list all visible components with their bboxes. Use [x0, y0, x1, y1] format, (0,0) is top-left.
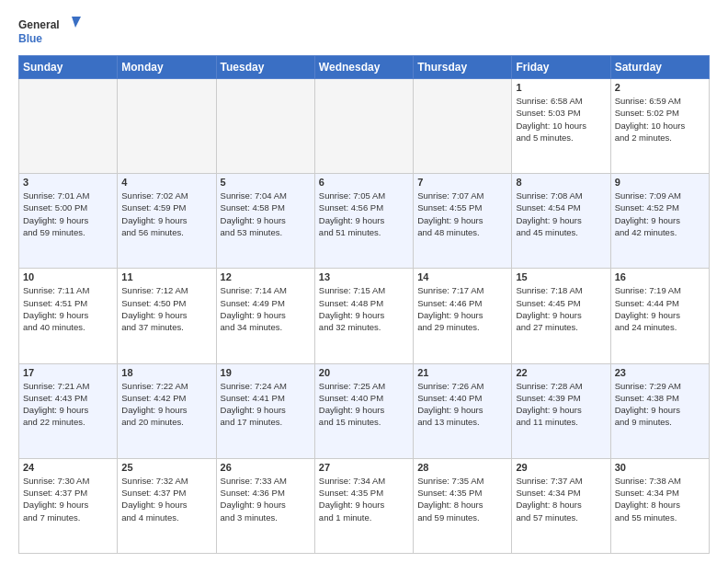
calendar-week-row: 24Sunrise: 7:30 AMSunset: 4:37 PMDayligh… [19, 458, 710, 553]
day-info-line: Sunset: 4:49 PM [221, 298, 285, 308]
day-info-line: Sunset: 4:55 PM [417, 202, 482, 213]
day-info-line: and 20 minutes. [121, 417, 184, 427]
day-number: 15 [516, 271, 606, 282]
svg-text:General: General [18, 18, 60, 31]
day-info-line: Daylight: 9 hours [516, 310, 581, 320]
day-info: Sunrise: 7:35 AMSunset: 4:35 PMDaylight:… [417, 475, 507, 523]
day-number: 8 [516, 177, 606, 188]
day-info: Sunrise: 7:18 AMSunset: 4:45 PMDaylight:… [516, 284, 606, 333]
day-info-line: Sunrise: 7:34 AM [319, 476, 385, 486]
day-info-line: Sunset: 4:52 PM [615, 202, 679, 213]
day-info-line: and 53 minutes. [221, 227, 283, 237]
day-info-line: Sunrise: 7:15 AM [319, 285, 385, 295]
day-number: 14 [417, 271, 507, 282]
col-header-thursday: Thursday [414, 56, 512, 79]
svg-marker-2 [72, 17, 81, 28]
day-info: Sunrise: 7:11 AMSunset: 4:51 PMDaylight:… [23, 284, 113, 333]
day-info: Sunrise: 7:25 AMSunset: 4:40 PMDaylight:… [319, 380, 409, 429]
day-info-line: Sunset: 4:46 PM [417, 298, 482, 308]
day-info: Sunrise: 7:17 AMSunset: 4:46 PMDaylight:… [417, 284, 507, 333]
day-number: 25 [121, 462, 211, 473]
day-info-line: Daylight: 9 hours [23, 500, 88, 510]
day-info-line: Sunset: 4:44 PM [615, 298, 679, 308]
day-info-line: Sunset: 4:34 PM [615, 488, 679, 498]
calendar-cell: 20Sunrise: 7:25 AMSunset: 4:40 PMDayligh… [314, 363, 413, 458]
calendar-cell: 10Sunrise: 7:11 AMSunset: 4:51 PMDayligh… [19, 269, 118, 363]
calendar-cell [414, 79, 512, 174]
day-info-line: Sunset: 4:35 PM [319, 488, 383, 498]
logo: General Blue [18, 15, 83, 48]
day-number: 16 [615, 271, 705, 282]
col-header-sunday: Sunday [19, 56, 118, 79]
day-number: 29 [516, 462, 606, 473]
day-number: 3 [23, 177, 113, 188]
day-info: Sunrise: 7:02 AMSunset: 4:59 PMDaylight:… [121, 190, 211, 238]
day-info-line: Sunrise: 7:29 AM [615, 381, 681, 391]
day-info-line: Sunset: 4:42 PM [121, 393, 186, 403]
calendar-cell: 5Sunrise: 7:04 AMSunset: 4:58 PMDaylight… [216, 174, 314, 269]
day-info-line: Sunrise: 7:02 AM [121, 190, 188, 201]
day-info-line: Daylight: 9 hours [319, 500, 384, 510]
day-info-line: Daylight: 9 hours [615, 215, 680, 225]
day-info-line: and 37 minutes. [121, 322, 184, 332]
day-info-line: and 40 minutes. [23, 322, 85, 332]
calendar-cell: 9Sunrise: 7:09 AMSunset: 4:52 PMDaylight… [610, 174, 709, 269]
page: General Blue SundayMondayTuesdayWednesda… [0, 0, 728, 563]
day-number: 4 [121, 177, 211, 188]
day-info-line: Sunrise: 7:28 AM [516, 381, 582, 391]
day-info-line: Sunset: 4:54 PM [516, 202, 580, 213]
day-number: 11 [121, 271, 211, 282]
day-info-line: Sunset: 4:37 PM [121, 488, 186, 498]
day-number: 12 [221, 271, 311, 282]
day-info-line: Sunrise: 6:59 AM [615, 96, 681, 106]
day-info-line: Daylight: 10 hours [516, 121, 586, 131]
col-header-wednesday: Wednesday [314, 56, 413, 79]
calendar-table: SundayMondayTuesdayWednesdayThursdayFrid… [18, 55, 710, 554]
day-info-line: and 22 minutes. [23, 417, 85, 427]
day-info-line: and 42 minutes. [615, 227, 677, 237]
day-info-line: Sunrise: 7:37 AM [516, 476, 582, 486]
day-info: Sunrise: 7:28 AMSunset: 4:39 PMDaylight:… [516, 380, 606, 429]
calendar-cell: 25Sunrise: 7:32 AMSunset: 4:37 PMDayligh… [118, 458, 216, 553]
day-info: Sunrise: 7:12 AMSunset: 4:50 PMDaylight:… [121, 284, 211, 333]
day-info-line: Sunset: 5:03 PM [516, 108, 580, 118]
calendar-cell: 8Sunrise: 7:08 AMSunset: 4:54 PMDaylight… [512, 174, 610, 269]
calendar-cell: 11Sunrise: 7:12 AMSunset: 4:50 PMDayligh… [118, 269, 216, 363]
header: General Blue [18, 15, 710, 48]
day-info-line: Sunset: 4:40 PM [417, 393, 482, 403]
day-info: Sunrise: 7:24 AMSunset: 4:41 PMDaylight:… [221, 380, 311, 429]
day-info-line: Daylight: 9 hours [319, 310, 384, 320]
day-info-line: Daylight: 8 hours [516, 500, 581, 510]
day-info-line: Daylight: 9 hours [417, 215, 483, 225]
day-info-line: Daylight: 9 hours [121, 500, 187, 510]
day-number: 7 [417, 177, 507, 188]
calendar-cell: 2Sunrise: 6:59 AMSunset: 5:02 PMDaylight… [610, 79, 709, 174]
day-info-line: Daylight: 9 hours [23, 310, 88, 320]
day-info-line: Sunset: 4:39 PM [516, 393, 580, 403]
day-info-line: and 56 minutes. [121, 227, 184, 237]
day-info-line: Sunrise: 7:11 AM [23, 285, 89, 295]
day-info-line: Daylight: 9 hours [23, 405, 88, 415]
day-info-line: Daylight: 9 hours [615, 310, 680, 320]
day-info: Sunrise: 7:30 AMSunset: 4:37 PMDaylight:… [23, 475, 113, 523]
day-info-line: Daylight: 9 hours [417, 310, 483, 320]
col-header-monday: Monday [118, 56, 216, 79]
day-number: 21 [417, 367, 507, 378]
day-info-line: Sunrise: 7:30 AM [23, 476, 89, 486]
day-info-line: and 7 minutes. [23, 512, 80, 523]
day-info-line: Sunset: 4:36 PM [221, 488, 285, 498]
day-number: 18 [121, 367, 211, 378]
col-header-tuesday: Tuesday [216, 56, 314, 79]
day-info-line: Sunrise: 7:25 AM [319, 381, 385, 391]
day-info-line: Daylight: 9 hours [121, 405, 187, 415]
day-info-line: and 48 minutes. [417, 227, 480, 237]
day-info-line: Sunrise: 7:01 AM [23, 190, 89, 201]
day-info-line: Daylight: 9 hours [516, 215, 581, 225]
day-info-line: Daylight: 9 hours [516, 405, 581, 415]
day-info-line: Sunset: 4:37 PM [23, 488, 87, 498]
day-info: Sunrise: 7:07 AMSunset: 4:55 PMDaylight:… [417, 190, 507, 238]
day-info: Sunrise: 7:26 AMSunset: 4:40 PMDaylight:… [417, 380, 507, 429]
day-info-line: Sunrise: 7:14 AM [221, 285, 287, 295]
day-info: Sunrise: 7:14 AMSunset: 4:49 PMDaylight:… [221, 284, 311, 333]
day-info-line: and 29 minutes. [417, 322, 480, 332]
